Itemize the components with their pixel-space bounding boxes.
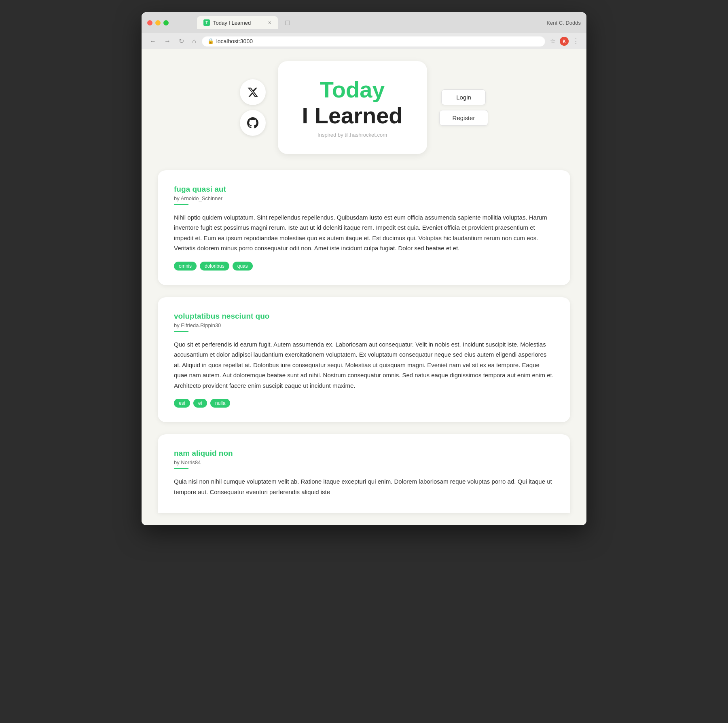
til-body: Quo sit et perferendis id earum fugit. A…	[174, 339, 554, 391]
logo-text: Today I Learned	[302, 77, 403, 129]
til-card: fuga quasi aut by Arnoldo_Schinner Nihil…	[158, 170, 570, 285]
logo-card: Today I Learned Inspired by til.hashrock…	[278, 61, 427, 154]
author-prefix: by	[174, 195, 181, 201]
login-button[interactable]: Login	[441, 89, 486, 105]
til-tags: est et nulla	[174, 399, 554, 408]
maximize-button[interactable]	[163, 20, 169, 25]
user-name: Kent C. Dodds	[546, 20, 581, 26]
address-bar[interactable]: 🔒 localhost:3000	[202, 36, 545, 47]
til-author: by Elfrieda.Rippin30	[174, 322, 554, 328]
forward-button[interactable]: →	[162, 36, 173, 47]
twitter-button[interactable]	[240, 79, 266, 105]
auth-buttons: Login Register	[439, 89, 489, 126]
tab-close-icon[interactable]: ×	[268, 19, 271, 26]
browser-chrome: T Today I Learned × □ Kent C. Dodds ← → …	[142, 12, 586, 49]
til-cards-list: fuga quasi aut by Arnoldo_Schinner Nihil…	[158, 170, 570, 514]
logo-today: Today	[302, 77, 403, 102]
window-controls	[147, 20, 169, 25]
til-title: nam aliquid non	[174, 449, 554, 458]
logo-learned: Learned	[315, 103, 403, 128]
til-divider	[174, 331, 188, 332]
github-button[interactable]	[240, 110, 266, 136]
til-title: fuga quasi aut	[174, 185, 554, 194]
bookmark-button[interactable]: ☆	[548, 36, 557, 47]
title-bar: T Today I Learned × □ Kent C. Dodds	[142, 12, 586, 33]
logo-bottom-line: I Learned	[302, 102, 403, 129]
svg-text:K: K	[563, 39, 566, 44]
til-body: Quia nisi non nihil cumque voluptatem ve…	[174, 476, 554, 497]
back-button[interactable]: ←	[147, 36, 159, 47]
til-tag[interactable]: est	[174, 399, 190, 408]
register-button[interactable]: Register	[439, 110, 489, 126]
author-name: Arnoldo_Schinner	[181, 195, 222, 201]
profile-avatar[interactable]: K	[560, 37, 569, 46]
logo-i: I	[302, 103, 315, 128]
refresh-button[interactable]: ↻	[176, 36, 186, 47]
close-button[interactable]	[147, 20, 152, 25]
author-name: Elfrieda.Rippin30	[181, 322, 221, 328]
til-title: voluptatibus nesciunt quo	[174, 312, 554, 321]
url-text: localhost:3000	[216, 38, 253, 44]
social-icons	[240, 79, 266, 136]
til-divider	[174, 204, 188, 205]
home-button[interactable]: ⌂	[190, 36, 199, 47]
til-card-partial: nam aliquid non by Norris84 Quia nisi no…	[158, 434, 570, 513]
author-name: Norris84	[181, 459, 201, 465]
til-tag[interactable]: et	[193, 399, 207, 408]
author-prefix: by	[174, 322, 181, 328]
til-tag[interactable]: quas	[233, 262, 253, 271]
hero-section: Today I Learned Inspired by til.hashrock…	[158, 61, 570, 154]
til-divider	[174, 468, 188, 469]
til-tags: omnis doloribus quas	[174, 262, 554, 271]
minimize-button[interactable]	[155, 20, 161, 25]
new-tab-button[interactable]: □	[282, 17, 293, 28]
til-author: by Arnoldo_Schinner	[174, 195, 554, 201]
tab-title: Today I Learned	[213, 20, 251, 26]
author-prefix: by	[174, 459, 181, 465]
til-body: Nihil optio quidem voluptatum. Sint repe…	[174, 212, 554, 254]
toolbar-right: ☆ K ⋮	[548, 36, 581, 47]
til-card: voluptatibus nesciunt quo by Elfrieda.Ri…	[158, 297, 570, 423]
til-tag[interactable]: nulla	[210, 399, 230, 408]
til-author: by Norris84	[174, 459, 554, 465]
address-bar-row: ← → ↻ ⌂ 🔒 localhost:3000 ☆ K ⋮	[142, 33, 586, 49]
tab-favicon: T	[203, 19, 210, 26]
menu-button[interactable]: ⋮	[571, 36, 581, 47]
til-tag[interactable]: omnis	[174, 262, 197, 271]
page-content: Today I Learned Inspired by til.hashrock…	[142, 49, 586, 525]
active-tab[interactable]: T Today I Learned ×	[197, 16, 278, 29]
til-tag[interactable]: doloribus	[200, 262, 229, 271]
browser-window: T Today I Learned × □ Kent C. Dodds ← → …	[142, 12, 586, 525]
logo-subtitle: Inspired by til.hashrocket.com	[302, 132, 403, 138]
lock-icon: 🔒	[207, 38, 214, 44]
